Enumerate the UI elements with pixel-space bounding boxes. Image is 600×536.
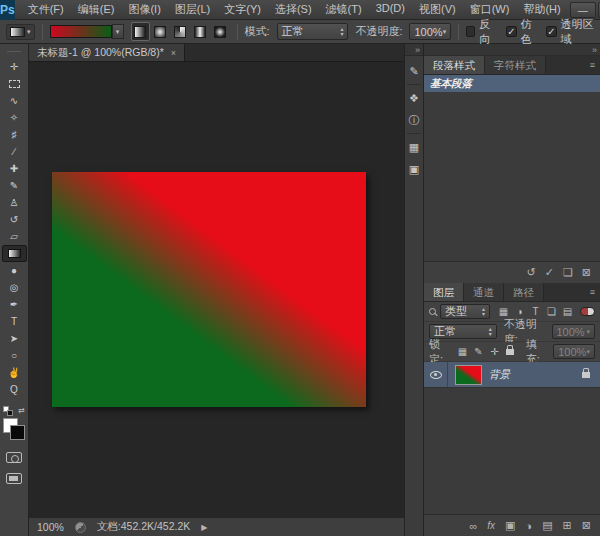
- brush-panel-icon[interactable]: ✎: [405, 60, 423, 82]
- character-panel-icon[interactable]: ▦: [405, 136, 423, 158]
- panel-menu-icon[interactable]: ≡: [590, 283, 600, 301]
- canvas-pasteboard[interactable]: [29, 62, 404, 517]
- gradient-editor[interactable]: ▾: [50, 24, 124, 39]
- filter-kind-select[interactable]: 类型 ▴▾: [440, 304, 490, 319]
- menu-item[interactable]: 文字(Y): [217, 0, 268, 20]
- quick-mask-button[interactable]: [6, 452, 22, 463]
- filter-adjustment-icon[interactable]: ◑: [512, 306, 527, 317]
- lock-pixels-icon[interactable]: ✎: [472, 346, 484, 357]
- rectangular-marquee-tool[interactable]: [2, 75, 27, 92]
- quick-selection-tool[interactable]: ✧: [2, 109, 27, 126]
- delete-style-icon[interactable]: ⊠: [582, 266, 591, 279]
- path-selection-tool[interactable]: ➤: [2, 330, 27, 347]
- gradient-reflected-button[interactable]: [191, 22, 210, 41]
- lasso-tool[interactable]: ∿: [2, 92, 27, 109]
- gradient-tool[interactable]: [2, 245, 27, 262]
- document-tab[interactable]: 未标题-1 @ 100%(RGB/8)* ×: [29, 44, 185, 61]
- gradient-angle-button[interactable]: [171, 22, 190, 41]
- fill-select[interactable]: 100% ▾: [553, 344, 595, 359]
- visibility-toggle[interactable]: [424, 362, 448, 387]
- gradient-diamond-button[interactable]: [211, 22, 230, 41]
- tab-paragraph-styles[interactable]: 段落样式: [424, 56, 485, 74]
- spot-healing-brush-tool[interactable]: ✚: [2, 160, 27, 177]
- delete-layer-icon[interactable]: ⊠: [582, 519, 591, 532]
- pen-tool[interactable]: ✒: [2, 296, 27, 313]
- adjustment-layer-icon[interactable]: ◑: [526, 520, 533, 532]
- menu-item[interactable]: 文件(F): [21, 0, 71, 20]
- hand-tool[interactable]: ✌: [2, 364, 27, 381]
- default-colors-icon[interactable]: [3, 406, 13, 416]
- tab-channels[interactable]: 通道: [464, 283, 504, 301]
- crop-tool[interactable]: ♯: [2, 126, 27, 143]
- layer-opacity-select[interactable]: 100% ▾: [552, 324, 596, 339]
- menu-item[interactable]: 视图(V): [412, 0, 463, 20]
- lock-transparent-icon[interactable]: ▦: [456, 346, 468, 357]
- menu-item[interactable]: 滤镜(T): [319, 0, 369, 20]
- menu-item[interactable]: 3D(D): [369, 0, 412, 20]
- tab-character-styles[interactable]: 字符样式: [485, 56, 546, 74]
- filter-smart-object-icon[interactable]: ▤: [560, 306, 575, 317]
- clone-source-panel-icon[interactable]: ❖: [405, 87, 423, 109]
- menu-item[interactable]: 图像(I): [121, 0, 167, 20]
- clone-stamp-tool[interactable]: ♙: [2, 194, 27, 211]
- tab-layers[interactable]: 图层: [424, 283, 464, 301]
- minimize-button[interactable]: —: [570, 2, 596, 18]
- link-layers-icon[interactable]: ∞: [469, 520, 477, 532]
- filter-type-icon[interactable]: T: [528, 306, 543, 317]
- gradient-picker-arrow[interactable]: ▾: [112, 24, 124, 39]
- layer-name[interactable]: 背景: [489, 368, 510, 382]
- checkbox-unchecked[interactable]: 反向: [466, 17, 496, 47]
- canvas-image[interactable]: [52, 172, 366, 407]
- lock-all-icon[interactable]: [506, 349, 513, 355]
- new-style-icon[interactable]: ❏: [563, 266, 573, 279]
- menu-item[interactable]: 编辑(E): [71, 0, 122, 20]
- panel-grip[interactable]: [7, 51, 21, 53]
- layer-thumbnail[interactable]: [455, 365, 482, 385]
- panel-menu-icon[interactable]: ≡: [590, 56, 600, 74]
- checkbox-icon[interactable]: [466, 26, 475, 37]
- blur-tool[interactable]: ●: [2, 262, 27, 279]
- checkbox-checked[interactable]: ✓仿色: [506, 17, 536, 47]
- layer-row[interactable]: 背景: [424, 362, 600, 388]
- expand-panels-icon[interactable]: »: [415, 45, 420, 55]
- lock-position-icon[interactable]: ✛: [488, 346, 500, 357]
- status-options-arrow[interactable]: ▶: [201, 523, 207, 532]
- opacity-select[interactable]: 100% ▾: [409, 23, 451, 40]
- new-layer-icon[interactable]: ⊞: [563, 519, 572, 532]
- redefine-style-icon[interactable]: ✓: [545, 266, 554, 279]
- filter-toggle-switch[interactable]: [580, 307, 595, 316]
- add-layer-mask-icon[interactable]: ▣: [505, 519, 515, 532]
- gradient-radial-button[interactable]: [151, 22, 170, 41]
- zoom-tool[interactable]: Q: [2, 381, 27, 398]
- close-tab-icon[interactable]: ×: [171, 48, 176, 58]
- dodge-tool[interactable]: ◎: [2, 279, 27, 296]
- tool-preset-picker[interactable]: ▾: [6, 24, 35, 40]
- layer-effects-icon[interactable]: fx: [487, 520, 495, 531]
- eraser-tool[interactable]: ▱: [2, 228, 27, 245]
- swap-colors-icon[interactable]: ⇄: [18, 406, 25, 416]
- checkbox-checked[interactable]: ✓透明区域: [546, 17, 594, 47]
- history-brush-tool[interactable]: ↺: [2, 211, 27, 228]
- filter-pixel-icon[interactable]: ▦: [496, 306, 511, 317]
- info-panel-icon[interactable]: ⓘ: [405, 109, 423, 131]
- eyedropper-tool[interactable]: ∕: [2, 143, 27, 160]
- gradient-preview[interactable]: [50, 25, 112, 38]
- brush-tool[interactable]: ✎: [2, 177, 27, 194]
- gradient-linear-button[interactable]: [131, 22, 150, 41]
- filter-group-icon[interactable]: ❏: [544, 306, 559, 317]
- menu-item[interactable]: 图层(L): [168, 0, 217, 20]
- layer-comps-panel-icon[interactable]: ▣: [405, 158, 423, 180]
- collapse-panels-icon[interactable]: »: [592, 45, 597, 55]
- checkbox-icon[interactable]: ✓: [546, 26, 556, 37]
- checkbox-icon[interactable]: ✓: [506, 26, 516, 37]
- background-color-swatch[interactable]: [10, 425, 25, 440]
- blend-mode-select[interactable]: 正常 ▴▾: [277, 23, 349, 40]
- tab-paths[interactable]: 路径: [504, 283, 544, 301]
- menu-item[interactable]: 选择(S): [268, 0, 319, 20]
- zoom-level[interactable]: 100%: [37, 521, 64, 533]
- new-group-icon[interactable]: ▤: [542, 519, 552, 532]
- status-circle-icon[interactable]: [75, 522, 86, 533]
- move-tool[interactable]: ✛: [2, 58, 27, 75]
- style-list-item[interactable]: 基本段落: [424, 75, 600, 92]
- ellipse-shape-tool[interactable]: ○: [2, 347, 27, 364]
